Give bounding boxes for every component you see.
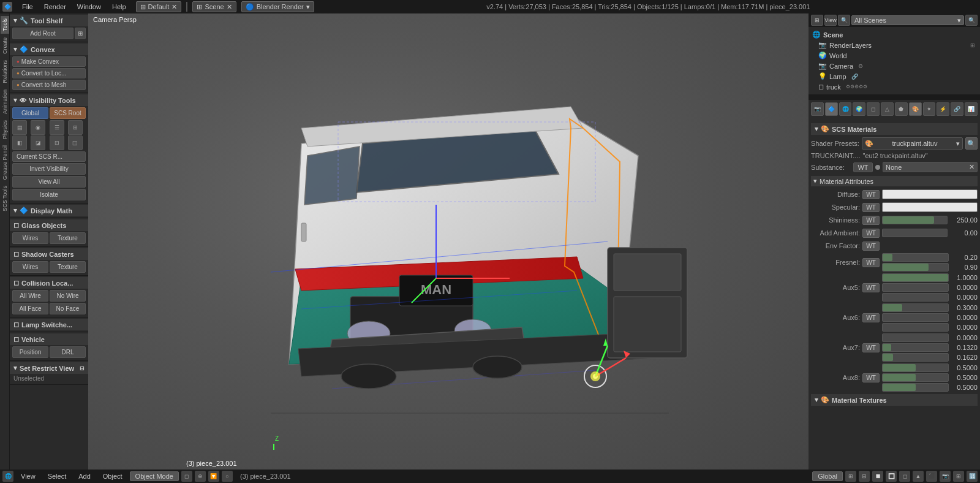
mat-icon-data[interactable]: 📊 [965, 102, 978, 116]
all-scenes-dropdown[interactable]: All Scenes ▾ [851, 15, 964, 25]
aux8-track-1[interactable] [882, 363, 949, 372]
convert-to-loc-button[interactable]: Convert to Loc... [12, 68, 86, 78]
shininess-wt[interactable]: WT [862, 216, 880, 225]
substance-close[interactable]: ✕ [969, 163, 974, 171]
add-ambient-wt[interactable]: WT [862, 229, 880, 238]
mat-icon-particles[interactable]: ✦ [923, 102, 936, 116]
bottom-extra-8[interactable]: 📷 [940, 471, 951, 482]
truck-item[interactable]: ◻ truck ⚙⚙⚙⚙⚙ [811, 82, 978, 92]
substance-wt-input[interactable]: WT [853, 162, 873, 172]
side-tab-scs-tools[interactable]: SCS Tools [1, 183, 9, 214]
shininess-slider[interactable] [882, 216, 948, 224]
mat-icon-constraints[interactable]: 🔗 [951, 102, 963, 116]
vis-icon-5[interactable]: ◧ [12, 135, 27, 150]
lamp-item[interactable]: 💡 Lamp 🔗 [811, 71, 978, 82]
mat-icon-camera[interactable]: 📷 [811, 102, 824, 116]
help-menu[interactable]: Help [107, 2, 131, 12]
aux6-track-2[interactable] [882, 313, 949, 322]
collision-header[interactable]: ◻ Collision Loca... [10, 277, 88, 289]
aux5-wt[interactable]: WT [862, 283, 880, 292]
bottom-extra-3[interactable]: 🔲 [872, 471, 883, 482]
aux6-wt[interactable]: WT [862, 313, 880, 322]
bottom-extra-7[interactable]: ⬛ [926, 471, 937, 482]
side-tab-grease-pencil[interactable]: Grease Pencil [1, 143, 9, 183]
specular-wt[interactable]: WT [862, 203, 880, 212]
bottom-snap-icon[interactable]: 🔽 [208, 471, 219, 482]
add-root-button[interactable]: Add Root [12, 28, 74, 39]
shadow-wires-button[interactable]: Wires [12, 261, 48, 273]
side-tab-physics[interactable]: Physics [1, 118, 9, 142]
mat-icon-object[interactable]: ◻ [867, 102, 880, 116]
diffuse-color-bar[interactable] [882, 189, 978, 199]
vis-icon-1[interactable]: ▤ [12, 120, 27, 135]
fresnel-track-1[interactable] [882, 253, 949, 262]
lamp-header[interactable]: ◻ Lamp Switche... [10, 319, 88, 330]
render-layers-item[interactable]: 📷 RenderLayers ⊞ [811, 40, 978, 50]
all-face-button[interactable]: All Face [12, 303, 48, 314]
render-engine-dropdown[interactable]: 🔵 Blender Render ▾ [241, 1, 314, 12]
mat-icon-render[interactable]: 🔷 [825, 102, 838, 116]
bottom-extra-6[interactable]: ▲ [913, 471, 924, 482]
mat-icon-mesh[interactable]: △ [881, 102, 894, 116]
bottom-viewport-shade[interactable]: ◻ [181, 471, 192, 482]
bottom-extra-1[interactable]: ⊞ [845, 471, 856, 482]
bottom-extra-10[interactable]: 🔢 [967, 471, 978, 482]
bottom-extra-4[interactable]: 🔳 [886, 471, 897, 482]
bottom-object-menu[interactable]: Object [98, 471, 127, 481]
all-wire-button[interactable]: All Wire [12, 290, 48, 302]
scene-dropdown[interactable]: ⊞ Scene ✕ [192, 1, 236, 12]
aux6-track-3[interactable] [882, 323, 949, 332]
aux5-track-1[interactable] [882, 273, 949, 282]
global-button[interactable]: Global [12, 107, 48, 119]
right-view-btn[interactable]: ⊞ [811, 15, 823, 26]
aux5-track-3[interactable] [882, 293, 949, 302]
aux8-track-2[interactable] [882, 373, 949, 382]
scene-close[interactable]: ✕ [227, 3, 232, 11]
bottom-proportional-icon[interactable]: ○ [222, 471, 233, 482]
add-root-extra[interactable]: ⊞ [75, 28, 86, 39]
fresnel-track-2[interactable] [882, 263, 949, 272]
view-all-button[interactable]: View All [12, 176, 86, 188]
position-button[interactable]: Position [12, 346, 48, 358]
make-convex-button[interactable]: Make Convex [12, 56, 86, 67]
layout-dropdown[interactable]: ⊞ Default ✕ [136, 1, 182, 12]
viewport[interactable]: Camera Persp [88, 13, 809, 470]
vis-icon-7[interactable]: ⊡ [50, 135, 64, 150]
aux7-track-2[interactable] [882, 343, 949, 352]
vis-icon-4[interactable]: ⊞ [68, 120, 83, 135]
add-ambient-slider[interactable] [882, 229, 948, 237]
shader-search-btn[interactable]: 🔍 [965, 137, 978, 150]
tool-shelf-header[interactable]: ▾ 🔧 Tool Shelf [10, 15, 88, 26]
glass-texture-button[interactable]: Texture [50, 232, 86, 244]
drl-button[interactable]: DRL [50, 346, 86, 358]
side-tab-create[interactable]: Create [1, 35, 9, 56]
substance-none-value[interactable]: None ✕ [883, 162, 978, 172]
side-tab-relations[interactable]: Relations [1, 58, 9, 86]
vis-icon-2[interactable]: ◉ [31, 120, 45, 135]
specular-color-bar[interactable] [882, 202, 978, 212]
aux7-track-1[interactable] [882, 333, 949, 342]
side-tab-animation[interactable]: Animation [1, 87, 9, 116]
restrict-header[interactable]: ▾ Set Restrict View ⊟ [10, 362, 88, 374]
bottom-view-menu[interactable]: View [16, 471, 40, 481]
bottom-select-menu[interactable]: Select [43, 471, 72, 481]
side-tab-tools[interactable]: Tools [1, 16, 9, 34]
vis-icon-6[interactable]: ◪ [31, 135, 45, 150]
glass-objects-header[interactable]: ◻ Glass Objects [10, 219, 88, 231]
bottom-pivot-icon[interactable]: ⊕ [195, 471, 206, 482]
bottom-extra-9[interactable]: ⊞ [953, 471, 964, 482]
bottom-scene-icon[interactable]: 🌐 [2, 471, 13, 482]
mat-icon-texture[interactable]: 🎨 [909, 102, 922, 116]
global-orientation-dropdown[interactable]: Global [812, 471, 843, 481]
file-menu[interactable]: File [17, 2, 38, 12]
current-scs-button[interactable]: Current SCS R... [12, 151, 86, 162]
aux7-track-3[interactable] [882, 353, 949, 362]
shader-presets-dropdown[interactable]: 🎨 truckpaint.altuv ▾ [862, 137, 963, 150]
aux5-track-2[interactable] [882, 283, 949, 292]
mat-icon-material[interactable]: ⬟ [895, 102, 908, 116]
fresnel-wt[interactable]: WT [862, 258, 880, 267]
glass-wires-button[interactable]: Wires [12, 232, 48, 244]
no-wire-button[interactable]: No Wire [50, 290, 86, 302]
vis-icon-8[interactable]: ◫ [68, 135, 83, 150]
vis-icon-3[interactable]: ☰ [50, 120, 64, 135]
